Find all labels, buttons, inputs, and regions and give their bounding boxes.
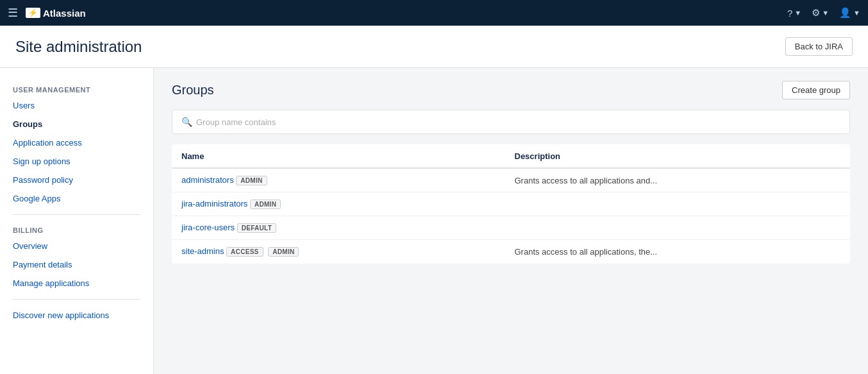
group-badge: ADMIN — [236, 176, 267, 185]
sidebar-item-password-policy[interactable]: Password policy — [0, 171, 153, 189]
col-header-name: Name — [172, 145, 506, 169]
sidebar-item-manage-applications[interactable]: Manage applications — [0, 274, 153, 293]
page-header: Site administration Back to JIRA — [0, 26, 868, 68]
group-name-cell: jira-core-users DEFAULT — [172, 216, 506, 240]
sidebar-section-user-management: USER MANAGEMENT — [0, 81, 153, 96]
sidebar-item-users[interactable]: Users — [0, 96, 153, 115]
group-badge: ADMIN — [268, 247, 299, 257]
settings-icon[interactable]: ⚙ ▼ — [812, 7, 829, 19]
table-row: jira-administrators ADMIN — [172, 192, 850, 216]
groups-title: Groups — [172, 83, 214, 98]
group-name-cell: jira-administrators ADMIN — [172, 192, 506, 216]
page-title: Site administration — [15, 38, 142, 56]
groups-table-header-row: Name Description — [172, 145, 850, 169]
sidebar-item-google-apps[interactable]: Google Apps — [0, 189, 153, 208]
main-content: Groups Create group 🔍 Name Description a… — [154, 68, 868, 374]
back-to-jira-button[interactable]: Back to JIRA — [785, 37, 853, 56]
search-input-inner: 🔍 — [181, 117, 840, 127]
sidebar-divider-1 — [13, 214, 140, 215]
group-description-cell: Grants access to all applications, the..… — [506, 240, 850, 264]
group-name-link[interactable]: jira-administrators — [181, 199, 247, 208]
table-row: site-admins ACCESS ADMINGrants access to… — [172, 240, 850, 264]
group-badge: DEFAULT — [237, 223, 276, 233]
group-description-cell — [506, 192, 850, 216]
help-icon[interactable]: ? ▼ — [787, 8, 801, 19]
sidebar-section-billing: BILLING — [0, 221, 153, 237]
sidebar-item-overview[interactable]: Overview — [0, 237, 153, 255]
sidebar-divider-2 — [13, 299, 140, 300]
group-badge: ADMIN — [250, 200, 281, 209]
create-group-button[interactable]: Create group — [782, 81, 850, 99]
sidebar-item-sign-up-options[interactable]: Sign up options — [0, 152, 153, 171]
groups-table-body: administrators ADMINGrants access to all… — [172, 168, 850, 264]
group-badge: ACCESS — [226, 247, 263, 257]
groups-table: Name Description administrators ADMINGra… — [172, 144, 850, 264]
logo-text: Atlassian — [43, 8, 86, 19]
group-description-cell: Grants access to all applications and... — [506, 168, 850, 192]
search-icon: 🔍 — [181, 117, 192, 127]
sidebar-item-payment-details[interactable]: Payment details — [0, 255, 153, 274]
groups-table-head: Name Description — [172, 145, 850, 169]
group-name-link[interactable]: jira-core-users — [181, 223, 235, 232]
group-description-cell — [506, 216, 850, 240]
logo-icon: ⚡ — [26, 8, 40, 18]
group-name-link[interactable]: administrators — [181, 175, 234, 185]
table-row: jira-core-users DEFAULT — [172, 216, 850, 240]
sidebar-item-groups: Groups — [0, 115, 153, 133]
col-header-description: Description — [506, 145, 850, 169]
group-name-cell: site-admins ACCESS ADMIN — [172, 240, 506, 264]
hamburger-icon[interactable]: ☰ — [8, 6, 18, 20]
atlassian-logo: ⚡ Atlassian — [26, 8, 86, 19]
group-name-link[interactable]: site-admins — [181, 246, 224, 256]
table-row: administrators ADMINGrants access to all… — [172, 168, 850, 192]
topnav-left: ☰ ⚡ Atlassian — [8, 6, 86, 20]
search-input[interactable] — [196, 117, 840, 127]
groups-header: Groups Create group — [172, 81, 850, 99]
layout: USER MANAGEMENT Users Groups Application… — [0, 68, 868, 374]
top-navigation: ☰ ⚡ Atlassian ? ▼ ⚙ ▼ 👤 ▼ — [0, 0, 868, 26]
user-icon[interactable]: 👤 ▼ — [839, 7, 860, 19]
sidebar: USER MANAGEMENT Users Groups Application… — [0, 68, 154, 374]
group-name-cell: administrators ADMIN — [172, 168, 506, 192]
sidebar-item-discover-new-applications[interactable]: Discover new applications — [0, 306, 153, 325]
sidebar-item-application-access[interactable]: Application access — [0, 133, 153, 152]
topnav-right: ? ▼ ⚙ ▼ 👤 ▼ — [787, 7, 860, 19]
search-box: 🔍 — [172, 110, 850, 134]
